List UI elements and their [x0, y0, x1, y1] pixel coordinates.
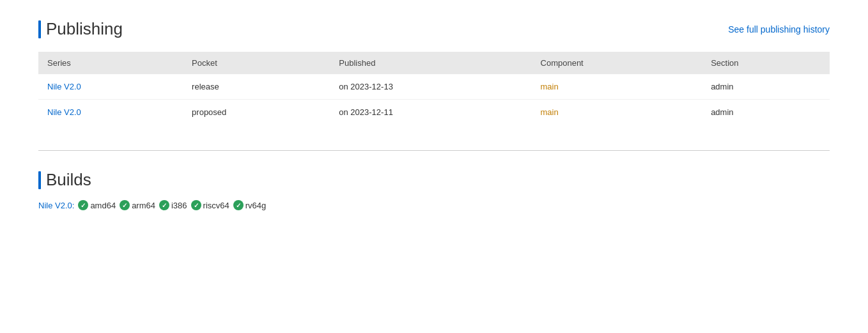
table-row: Nile V2.0proposedon 2023-12-11mainadmin	[38, 100, 830, 125]
series-link[interactable]: Nile V2.0	[47, 107, 81, 117]
build-item: ✓riscv64	[191, 200, 229, 210]
col-header-published: Published	[330, 52, 531, 74]
see-full-publishing-history-link[interactable]: See full publishing history	[728, 24, 830, 35]
section-divider	[38, 150, 830, 151]
publishing-title-wrapper: Publishing	[38, 19, 123, 39]
publishing-table-body: Nile V2.0releaseon 2023-12-13mainadminNi…	[38, 74, 830, 125]
series-link[interactable]: Nile V2.0	[47, 82, 81, 91]
arch-label: riscv64	[203, 201, 229, 210]
build-item: ✓rv64g	[233, 200, 267, 210]
cell-component: main	[532, 74, 702, 100]
cell-section: admin	[702, 100, 830, 125]
cell-published: on 2023-12-11	[330, 100, 531, 125]
cell-published: on 2023-12-13	[330, 74, 531, 100]
publishing-table: Series Pocket Published Component Sectio…	[38, 52, 830, 125]
arch-label: i386	[171, 201, 187, 210]
builds-section: Builds Nile V2.0: ✓amd64✓arm64✓i386✓risc…	[38, 164, 830, 229]
builds-title-bar	[38, 171, 41, 189]
cell-series: Nile V2.0	[38, 74, 183, 100]
check-circle-icon: ✓	[233, 200, 244, 210]
cell-component: main	[532, 100, 702, 125]
arch-label: amd64	[90, 201, 116, 210]
publishing-table-header-row: Series Pocket Published Component Sectio…	[38, 52, 830, 74]
build-item: ✓amd64	[78, 200, 116, 210]
publishing-header: Publishing See full publishing history	[38, 19, 830, 39]
builds-architectures: ✓amd64✓arm64✓i386✓riscv64✓rv64g	[78, 200, 266, 210]
page-wrapper: Publishing See full publishing history S…	[0, 0, 868, 229]
col-header-component: Component	[532, 52, 702, 74]
builds-title-wrapper: Builds	[38, 170, 830, 190]
arch-label: arm64	[132, 201, 155, 210]
arch-label: rv64g	[245, 201, 267, 210]
publishing-title-bar	[38, 20, 41, 38]
check-circle-icon: ✓	[78, 200, 88, 210]
col-header-pocket: Pocket	[183, 52, 330, 74]
check-circle-icon: ✓	[120, 200, 130, 210]
build-item: ✓i386	[159, 200, 187, 210]
cell-pocket: release	[183, 74, 330, 100]
cell-section: admin	[702, 74, 830, 100]
builds-title: Builds	[46, 170, 91, 190]
col-header-section: Section	[702, 52, 830, 74]
check-circle-icon: ✓	[159, 200, 169, 210]
check-circle-icon: ✓	[191, 200, 201, 210]
cell-pocket: proposed	[183, 100, 330, 125]
cell-series: Nile V2.0	[38, 100, 183, 125]
build-item: ✓arm64	[120, 200, 155, 210]
col-header-series: Series	[38, 52, 183, 74]
table-row: Nile V2.0releaseon 2023-12-13mainadmin	[38, 74, 830, 100]
builds-series-link[interactable]: Nile V2.0:	[38, 201, 74, 210]
builds-row: Nile V2.0: ✓amd64✓arm64✓i386✓riscv64✓rv6…	[38, 200, 830, 210]
publishing-table-head: Series Pocket Published Component Sectio…	[38, 52, 830, 74]
publishing-title: Publishing	[46, 19, 123, 39]
publishing-section: Publishing See full publishing history S…	[38, 0, 830, 137]
